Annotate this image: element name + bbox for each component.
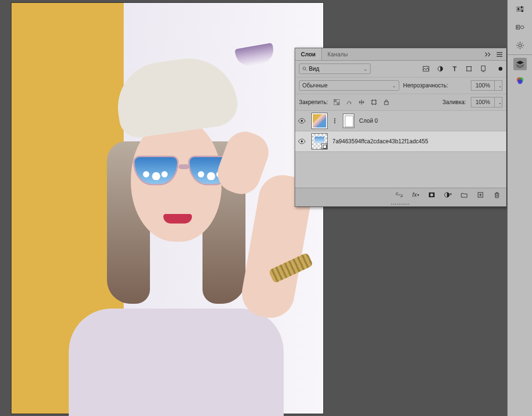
svg-rect-24 (518, 8, 519, 10)
svg-point-5 (471, 66, 472, 67)
svg-point-30 (518, 79, 522, 84)
panel-collapse-icon[interactable] (484, 51, 492, 58)
layer-filter-input[interactable] (309, 65, 362, 72)
svg-rect-10 (337, 102, 340, 105)
filter-toggle-switch[interactable] (499, 67, 502, 71)
chevron-down-icon: ⌄ (392, 83, 396, 88)
settings-gear-icon[interactable] (513, 39, 527, 52)
svg-point-16 (334, 120, 335, 121)
new-group-icon[interactable] (460, 191, 468, 199)
layer-name-label[interactable]: 7a9463594ffca2cdace43b12f1adc455 (332, 138, 428, 145)
link-layers-icon[interactable] (395, 191, 403, 199)
panel-tab-bar: Слои Каналы (295, 48, 506, 61)
layer-thumbnail[interactable] (311, 133, 328, 149)
visibility-toggle[interactable] (298, 139, 307, 144)
lock-all-icon[interactable] (383, 98, 390, 106)
blend-mode-value: Обычные (302, 82, 328, 89)
visibility-toggle[interactable] (298, 118, 307, 124)
svg-point-4 (467, 66, 468, 67)
fill-dropdown-button[interactable]: ⌄ (495, 97, 502, 107)
svg-point-20 (430, 193, 433, 196)
adjustment-layer-icon[interactable]: ▾ (444, 191, 452, 199)
lock-image-icon[interactable] (345, 98, 353, 106)
filter-pixel-icon[interactable] (422, 65, 430, 73)
tab-channels[interactable]: Каналы (322, 48, 354, 60)
new-layer-icon[interactable] (477, 191, 484, 199)
ruler-link-icon[interactable] (513, 21, 527, 33)
layers-panel: Слои Каналы ⌄ Обычные ⌄ (295, 48, 507, 207)
fill-label: Заливка: (442, 99, 466, 106)
opacity-dropdown-button[interactable]: ⌄ (495, 80, 502, 91)
svg-point-7 (471, 71, 472, 72)
svg-rect-12 (372, 100, 376, 104)
tab-layers[interactable]: Слои (295, 48, 322, 60)
svg-point-15 (334, 118, 335, 119)
layer-row-0[interactable]: Слой 0 (295, 111, 506, 131)
lock-label: Закрепить: (299, 99, 328, 106)
svg-point-17 (334, 122, 335, 123)
layer-thumbnail[interactable] (311, 113, 328, 129)
layers-list: Слой 0 7a9463594ffca2cdace43b12f1adc455 (295, 111, 506, 188)
delete-layer-icon[interactable] (493, 191, 500, 199)
svg-rect-9 (334, 99, 337, 102)
svg-rect-3 (467, 67, 471, 71)
filter-smart-icon[interactable] (479, 65, 487, 73)
svg-rect-25 (521, 10, 523, 12)
lock-transparency-icon[interactable] (333, 98, 340, 106)
blend-opacity-row: Обычные ⌄ Непрозрачность: 100% ⌄ (295, 77, 506, 94)
layer-row-1[interactable]: 7a9463594ffca2cdace43b12f1adc455 (295, 131, 506, 152)
blend-mode-select[interactable]: Обычные ⌄ (299, 80, 399, 91)
fx-icon[interactable]: fx▾ (412, 191, 419, 199)
right-sidebar (507, 0, 532, 416)
svg-point-6 (467, 71, 468, 72)
filter-row: ⌄ (295, 61, 506, 77)
panel-menu-icon[interactable] (496, 51, 503, 58)
fill-value[interactable]: 100% (471, 97, 495, 107)
document-canvas[interactable] (11, 3, 323, 414)
panel-footer: fx▾ ▾ (295, 188, 506, 202)
svg-rect-8 (481, 66, 485, 71)
svg-rect-13 (384, 102, 388, 105)
svg-rect-23 (521, 6, 522, 8)
layer-mask-thumbnail[interactable] (343, 114, 354, 128)
adjustments-icon[interactable] (513, 3, 527, 15)
lock-fill-row: Закрепить: Заливка: 100% ⌄ (295, 94, 506, 111)
photo-figure (31, 60, 298, 414)
chevron-down-icon: ⌄ (363, 66, 367, 72)
svg-point-18 (301, 140, 303, 142)
svg-point-0 (303, 67, 306, 70)
add-mask-icon[interactable] (428, 191, 436, 199)
filter-adjust-icon[interactable] (436, 65, 444, 73)
layers-panel-icon[interactable] (513, 58, 527, 70)
filter-type-icon[interactable] (451, 65, 458, 73)
layer-name-label[interactable]: Слой 0 (359, 117, 378, 124)
filter-shape-icon[interactable] (465, 65, 473, 73)
channels-panel-icon[interactable] (513, 74, 527, 86)
panel-resize-grip[interactable] (295, 202, 506, 206)
smart-object-badge-icon (321, 143, 327, 149)
svg-point-14 (301, 120, 303, 122)
opacity-label: Непрозрачность: (403, 82, 448, 89)
search-icon (302, 66, 307, 72)
lock-position-icon[interactable] (358, 98, 365, 106)
opacity-value[interactable]: 100% (471, 80, 495, 91)
svg-point-27 (519, 44, 521, 47)
mask-link-icon[interactable] (332, 117, 338, 124)
layer-filter-select[interactable]: ⌄ (299, 64, 371, 74)
lock-artboard-icon[interactable] (370, 98, 378, 106)
